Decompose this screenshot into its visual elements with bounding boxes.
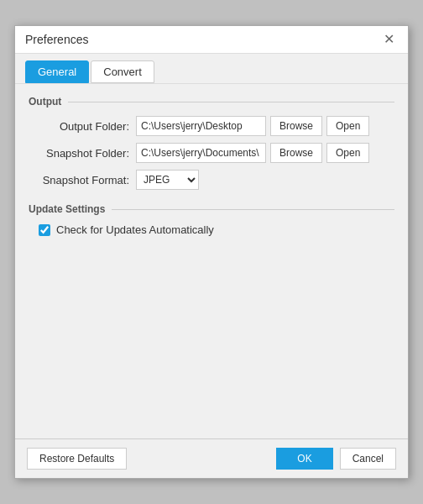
snapshot-folder-row: Snapshot Folder: Browse Open: [29, 143, 394, 163]
output-folder-label: Output Folder:: [29, 120, 129, 133]
tab-convert[interactable]: Convert: [91, 60, 154, 83]
snapshot-folder-input[interactable]: [136, 143, 266, 163]
snapshot-folder-browse-button[interactable]: Browse: [270, 143, 322, 163]
output-section: Output Output Folder: Browse Open Snapsh…: [29, 96, 394, 190]
snapshot-format-row: Snapshot Format: JPEG PNG BMP: [29, 170, 394, 190]
snapshot-folder-open-button[interactable]: Open: [326, 143, 369, 163]
restore-defaults-button[interactable]: Restore Defaults: [27, 448, 127, 470]
output-folder-row: Output Folder: Browse Open: [29, 116, 394, 136]
tab-bar: General Convert: [15, 54, 408, 84]
output-folder-input[interactable]: [136, 116, 266, 136]
dialog-title: Preferences: [25, 33, 88, 46]
check-updates-row: Check for Updates Automatically: [39, 223, 394, 236]
footer-right-buttons: OK Cancel: [276, 448, 396, 470]
output-folder-browse-button[interactable]: Browse: [270, 116, 322, 136]
check-updates-label[interactable]: Check for Updates Automatically: [56, 223, 214, 236]
cancel-button[interactable]: Cancel: [340, 448, 396, 470]
preferences-dialog: Preferences ✕ General Convert Output Out…: [14, 25, 409, 479]
close-button[interactable]: ✕: [380, 33, 398, 46]
output-folder-open-button[interactable]: Open: [326, 116, 369, 136]
title-bar: Preferences ✕: [15, 26, 408, 54]
snapshot-folder-label: Snapshot Folder:: [29, 147, 129, 160]
update-settings-section: Update Settings Check for Updates Automa…: [29, 203, 394, 236]
ok-button[interactable]: OK: [276, 448, 332, 470]
snapshot-format-label: Snapshot Format:: [29, 174, 129, 186]
tab-general[interactable]: General: [25, 60, 89, 83]
output-section-header: Output: [29, 96, 394, 108]
check-updates-checkbox[interactable]: [39, 224, 50, 236]
footer: Restore Defaults OK Cancel: [15, 438, 408, 478]
content-area: Output Output Folder: Browse Open Snapsh…: [15, 84, 408, 438]
update-settings-header: Update Settings: [29, 203, 394, 215]
snapshot-format-select[interactable]: JPEG PNG BMP: [136, 170, 199, 190]
